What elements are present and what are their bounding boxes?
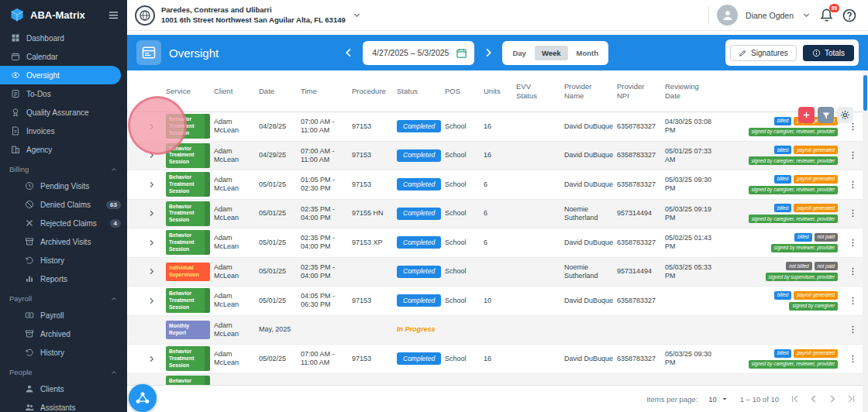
kebab-menu-icon	[848, 180, 858, 190]
sidebar-item-denied-claims[interactable]: Denied Claims63	[0, 195, 127, 214]
view-toggle-month[interactable]: Month	[570, 46, 606, 60]
service-cell: Behavior Treatment Session	[166, 143, 214, 168]
sidebar-item-archived[interactable]: Archived	[0, 324, 127, 343]
sidebar-section-payroll[interactable]: Payroll	[0, 288, 127, 306]
sidebar-item-label: Quality Assurance	[26, 108, 89, 117]
signatures-button[interactable]: Signatures	[730, 45, 797, 61]
notifications-button[interactable]: 99	[819, 8, 834, 22]
prev-week-button[interactable]	[343, 46, 355, 59]
sidebar-item-calendar[interactable]: Calendar	[0, 47, 127, 66]
service-cell: Behavior Treatment Session	[166, 172, 214, 197]
sidebar-section-people[interactable]: People	[0, 362, 127, 379]
date-range-picker[interactable]: 4/27/2025 – 5/3/2025	[363, 41, 474, 65]
pagination-bar: Items per page: 10 1 – 10 of 10	[127, 385, 863, 412]
items-per-page-select[interactable]: 10	[708, 394, 729, 403]
eye-icon	[11, 70, 20, 80]
chat-widget-button[interactable]	[129, 384, 157, 412]
company-selector[interactable]: Paredes, Contreras and Ulibarri 1001 6th…	[135, 5, 362, 26]
units-cell: 6	[484, 180, 516, 189]
sidebar-item-invoices[interactable]: Invoices	[0, 122, 127, 140]
date-cell: 05/01/25	[259, 239, 301, 247]
totals-button[interactable]: Totals	[803, 45, 854, 61]
row-menu-button[interactable]	[842, 150, 863, 160]
provider-name-cell: David DuBuque	[564, 297, 617, 305]
history-icon	[25, 348, 34, 357]
user-name[interactable]: Diane Ogden	[746, 11, 794, 20]
add-button[interactable]	[798, 107, 815, 123]
col-header-provider-npi: Provider NPI	[617, 82, 665, 101]
expand-row-button[interactable]	[136, 355, 166, 363]
section-label: Payroll	[9, 294, 32, 303]
sidebar-item-clients[interactable]: Clients	[0, 379, 127, 398]
row-menu-button[interactable]	[842, 208, 863, 218]
scrollbar[interactable]	[863, 70, 868, 412]
chevron-up-icon	[110, 295, 118, 303]
hamburger-menu-icon[interactable]	[108, 9, 119, 21]
sidebar-item-agency[interactable]: Agency	[0, 140, 127, 159]
sidebar-item-payroll[interactable]: Payroll	[0, 306, 127, 324]
sidebar-item-assistants[interactable]: Assistants	[0, 398, 127, 412]
next-page-button[interactable]	[827, 393, 838, 404]
pos-cell: School	[445, 151, 484, 160]
company-name: Paredes, Contreras and Ulibarri	[161, 5, 346, 15]
row-menu-button[interactable]	[842, 266, 863, 276]
expand-row-button[interactable]	[136, 122, 166, 131]
scrollbar-thumb[interactable]	[863, 75, 867, 111]
calendar-icon[interactable]	[456, 47, 467, 59]
view-toggle-week[interactable]: Week	[535, 46, 568, 60]
kebab-menu-icon	[848, 266, 858, 276]
app-logo-row: ABA-Matrix	[0, 0, 127, 29]
flags-cell: billedpayroll generatedsigned by caregiv…	[725, 349, 842, 369]
next-week-button[interactable]	[482, 46, 494, 59]
items-per-page-label: Items per page:	[646, 395, 698, 403]
pos-cell: School	[445, 122, 484, 131]
row-menu-button[interactable]	[842, 354, 863, 364]
sidebar-item-archived-visits[interactable]: Archived Visits	[0, 232, 127, 251]
expand-row-button[interactable]	[136, 209, 166, 218]
service-badge: Behavior Treatment Session	[166, 143, 210, 168]
sidebar-item-oversight[interactable]: Oversight	[0, 66, 121, 84]
filter-button[interactable]	[818, 107, 834, 123]
expand-row-button[interactable]	[136, 180, 166, 189]
qa-icon	[11, 108, 20, 117]
expand-row-button[interactable]	[136, 239, 166, 247]
user-menu-chevron-icon[interactable]	[801, 10, 811, 20]
row-menu-button[interactable]	[842, 296, 863, 306]
expand-row-button[interactable]	[136, 297, 166, 305]
flag-signed: signed by caregiver, reviewer, provider	[749, 156, 838, 165]
status-badge: Completed	[397, 236, 441, 249]
client-cell: Adam McLean	[214, 263, 259, 281]
first-page-button[interactable]	[790, 393, 801, 404]
sidebar-section-billing[interactable]: Billing	[0, 159, 127, 177]
status-cell: Completed	[397, 294, 445, 307]
sidebar-item-history[interactable]: History	[0, 343, 127, 362]
avatar[interactable]	[717, 5, 738, 26]
row-menu-button[interactable]	[842, 180, 863, 190]
status-badge: Completed	[397, 352, 441, 365]
settings-button[interactable]	[837, 107, 853, 123]
flag-billed: billed	[794, 233, 812, 242]
provider-name-cell: Noemie Sutherland	[564, 205, 617, 223]
flags-cell: billedpayroll generatedsigned by caregiv…	[725, 146, 842, 165]
expand-row-button[interactable]	[136, 151, 166, 160]
flag-signed: signed by supervisee, provider	[766, 273, 838, 281]
table-row: Behavior Treatment SessionAdam McLean05/…	[127, 287, 863, 316]
help-icon[interactable]	[842, 8, 857, 23]
rejected-icon	[25, 218, 34, 228]
row-menu-button[interactable]	[842, 324, 863, 335]
last-page-button[interactable]	[846, 393, 856, 404]
view-toggle-group: DayWeekMonth	[502, 41, 608, 65]
row-menu-button[interactable]	[842, 238, 863, 248]
sidebar-item-dashboard[interactable]: Dashboard	[0, 29, 127, 47]
sidebar-item-pending-visits[interactable]: Pending Visits	[0, 177, 127, 195]
expand-row-button[interactable]	[136, 267, 166, 276]
sidebar-item-reports[interactable]: Reports	[0, 270, 127, 288]
provider-npi-cell: 6358783327	[617, 297, 665, 305]
sidebar-item-rejected-claims[interactable]: Rejected Claims4	[0, 214, 127, 232]
sidebar-item-to-dos[interactable]: To-Dos	[0, 84, 127, 103]
service-badge: Behavior Treatment Session	[166, 114, 210, 139]
view-toggle-day[interactable]: Day	[505, 46, 532, 60]
sidebar-item-quality-assurance[interactable]: Quality Assurance	[0, 103, 127, 122]
sidebar-item-history[interactable]: History	[0, 251, 127, 270]
prev-page-button[interactable]	[808, 393, 819, 404]
